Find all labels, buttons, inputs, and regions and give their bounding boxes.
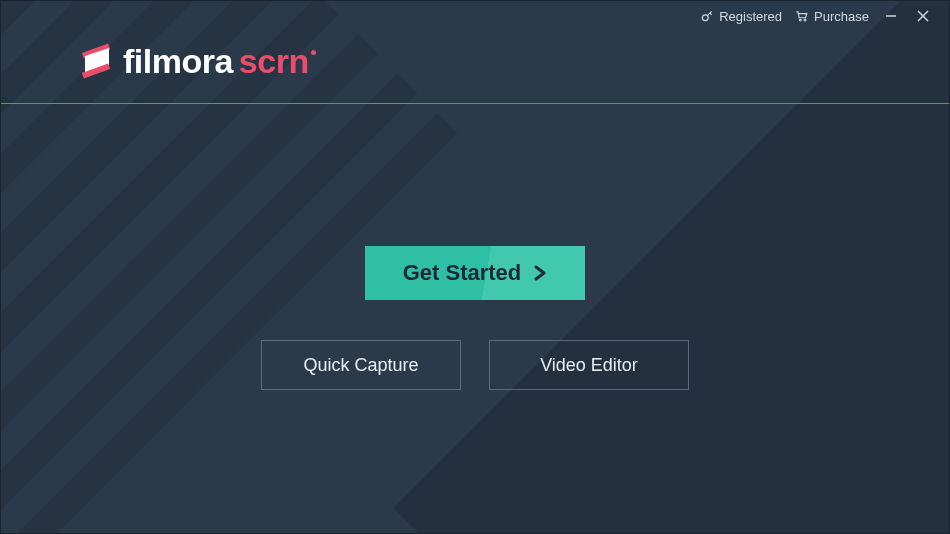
purchase-link[interactable]: Purchase — [794, 9, 869, 24]
secondary-buttons: Quick Capture Video Editor — [261, 340, 689, 390]
cart-icon — [794, 9, 809, 23]
registered-label: Registered — [719, 9, 782, 24]
purchase-label: Purchase — [814, 9, 869, 24]
video-editor-label: Video Editor — [540, 355, 638, 376]
main-content: Get Started Quick Capture Video Editor — [1, 103, 949, 533]
minimize-button[interactable] — [881, 6, 901, 26]
window-titlebar: Registered Purchase — [684, 1, 949, 31]
app-logo: filmorascrn — [79, 39, 316, 83]
registered-link[interactable]: Registered — [700, 9, 782, 24]
quick-capture-button[interactable]: Quick Capture — [261, 340, 461, 390]
logo-dot — [311, 50, 316, 55]
chevron-right-icon — [533, 265, 547, 281]
get-started-label: Get Started — [403, 260, 522, 286]
key-icon — [700, 9, 714, 23]
svg-point-4 — [804, 19, 806, 21]
logo-icon — [79, 39, 113, 83]
logo-product: scrn — [239, 42, 309, 80]
get-started-button[interactable]: Get Started — [365, 246, 586, 300]
quick-capture-label: Quick Capture — [303, 355, 418, 376]
svg-point-3 — [800, 19, 802, 21]
video-editor-button[interactable]: Video Editor — [489, 340, 689, 390]
logo-text: filmorascrn — [123, 42, 316, 81]
close-button[interactable] — [913, 6, 933, 26]
logo-brand: filmora — [123, 42, 233, 80]
svg-line-2 — [710, 13, 712, 15]
